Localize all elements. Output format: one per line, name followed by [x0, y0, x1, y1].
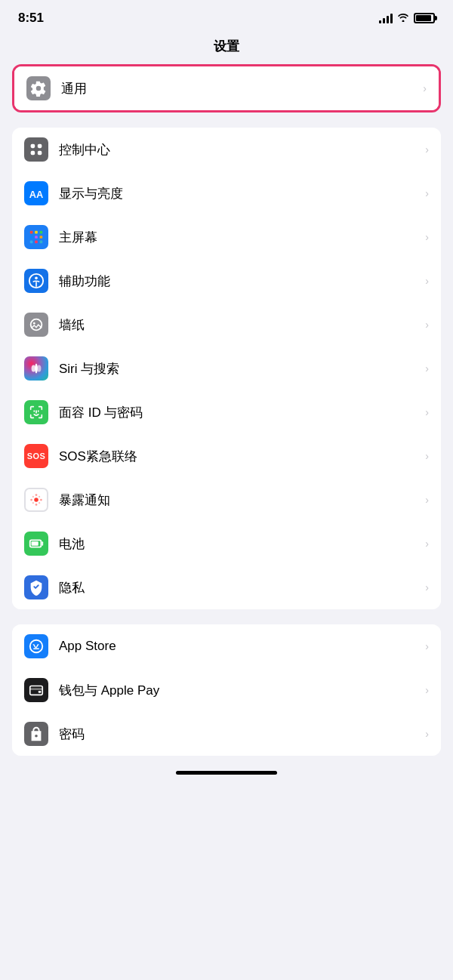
svg-point-22: [35, 494, 38, 496]
display-label: 显示与亮度: [59, 185, 425, 202]
settings-item-appstore[interactable]: App Store ›: [12, 624, 441, 668]
exposure-label: 暴露通知: [59, 492, 425, 509]
homescreen-icon: [24, 225, 48, 249]
siri-label: Siri 与搜索: [59, 360, 425, 378]
settings-item-privacy[interactable]: 隐私 ›: [12, 566, 441, 609]
signal-icon: [379, 13, 393, 23]
sos-chevron: ›: [425, 450, 429, 462]
settings-item-wallet[interactable]: 钱包与 Apple Pay ›: [12, 668, 441, 712]
status-time: 8:51: [18, 11, 44, 26]
svg-text:AA: AA: [29, 189, 44, 200]
svg-rect-13: [40, 241, 43, 244]
control-center-icon: [24, 137, 48, 162]
home-indicator: [176, 771, 277, 775]
settings-item-passwords[interactable]: 密码 ›: [12, 712, 441, 756]
accessibility-label: 辅助功能: [59, 273, 425, 290]
exposure-icon: [24, 488, 48, 512]
wallpaper-chevron: ›: [425, 319, 429, 331]
appstore-chevron: ›: [425, 640, 429, 652]
privacy-label: 隐私: [59, 579, 425, 596]
svg-point-15: [35, 277, 38, 280]
passwords-chevron: ›: [425, 728, 429, 740]
svg-rect-11: [30, 241, 33, 244]
status-bar: 8:51: [0, 0, 453, 32]
svg-rect-31: [32, 541, 39, 546]
sos-icon: SOS: [24, 444, 48, 468]
battery-label: 电池: [59, 535, 425, 553]
homescreen-chevron: ›: [425, 231, 429, 243]
general-icon: [26, 76, 51, 100]
settings-item-wallpaper[interactable]: 墙纸 ›: [12, 303, 441, 347]
display-icon: AA: [24, 181, 48, 205]
siri-chevron: ›: [425, 362, 429, 374]
svg-rect-12: [35, 241, 38, 244]
appstore-label: App Store: [59, 639, 425, 654]
settings-group-apps: App Store › 钱包与 Apple Pay › 密码 ›: [12, 624, 441, 756]
settings-item-battery[interactable]: 电池 ›: [12, 522, 441, 566]
wallet-icon: [24, 678, 48, 702]
svg-point-26: [32, 496, 34, 498]
settings-item-display[interactable]: AA 显示与亮度 ›: [12, 171, 441, 215]
wallet-chevron: ›: [425, 684, 429, 696]
control-center-chevron: ›: [425, 143, 429, 156]
wallpaper-label: 墙纸: [59, 316, 425, 334]
wallet-label: 钱包与 Apple Pay: [59, 682, 425, 699]
siri-icon: [24, 356, 48, 381]
svg-rect-5: [30, 231, 33, 234]
exposure-chevron: ›: [425, 494, 429, 506]
svg-rect-8: [30, 236, 33, 239]
settings-item-homescreen[interactable]: 主屏幕 ›: [12, 215, 441, 259]
svg-point-23: [35, 504, 38, 506]
svg-rect-32: [30, 686, 43, 695]
faceid-icon: [24, 400, 48, 424]
svg-rect-1: [38, 144, 42, 149]
svg-rect-34: [39, 691, 42, 693]
svg-rect-2: [31, 151, 35, 156]
svg-point-25: [40, 499, 42, 501]
svg-rect-7: [40, 231, 43, 234]
settings-item-sos[interactable]: SOS SOS紧急联络 ›: [12, 434, 441, 478]
svg-point-17: [33, 322, 35, 325]
svg-rect-6: [35, 231, 38, 234]
svg-point-16: [31, 319, 42, 331]
svg-point-29: [39, 502, 40, 504]
battery-chevron: ›: [425, 538, 429, 550]
status-icons: [379, 12, 435, 24]
passwords-icon: [24, 722, 48, 746]
settings-item-accessibility[interactable]: 辅助功能 ›: [12, 259, 441, 303]
settings-item-exposure[interactable]: 暴露通知 ›: [12, 478, 441, 522]
homescreen-label: 主屏幕: [59, 229, 425, 246]
settings-item-faceid[interactable]: 面容 ID 与密码 ›: [12, 390, 441, 434]
privacy-icon: [24, 575, 48, 599]
settings-item-general[interactable]: 通用 ›: [14, 66, 439, 110]
svg-point-28: [32, 502, 34, 504]
svg-point-24: [30, 499, 32, 501]
accessibility-icon: [24, 269, 48, 293]
display-chevron: ›: [425, 187, 429, 199]
privacy-chevron: ›: [425, 581, 429, 593]
page-title: 设置: [0, 32, 453, 64]
sos-label: SOS紧急联络: [59, 448, 425, 465]
svg-point-27: [39, 496, 40, 498]
svg-rect-0: [31, 144, 35, 149]
svg-rect-33: [30, 688, 43, 690]
settings-group-main: 控制中心 › AA 显示与亮度 › 主屏幕 ›: [12, 128, 441, 609]
svg-point-20: [35, 364, 38, 374]
battery-icon: [414, 13, 435, 23]
svg-point-21: [34, 498, 39, 502]
svg-rect-3: [38, 151, 42, 156]
svg-rect-9: [35, 236, 38, 239]
appstore-icon: [24, 634, 48, 658]
settings-item-siri[interactable]: Siri 与搜索 ›: [12, 347, 441, 390]
control-center-label: 控制中心: [59, 141, 425, 159]
settings-item-control-center[interactable]: 控制中心 ›: [12, 128, 441, 171]
accessibility-chevron: ›: [425, 275, 429, 287]
sos-text: SOS: [27, 451, 46, 461]
wifi-icon: [397, 12, 409, 24]
wallpaper-icon: [24, 313, 48, 337]
general-chevron: ›: [423, 82, 427, 94]
faceid-label: 面容 ID 与密码: [59, 404, 425, 421]
general-label: 通用: [61, 80, 423, 97]
settings-group-general: 通用 ›: [12, 64, 441, 112]
faceid-chevron: ›: [425, 406, 429, 418]
